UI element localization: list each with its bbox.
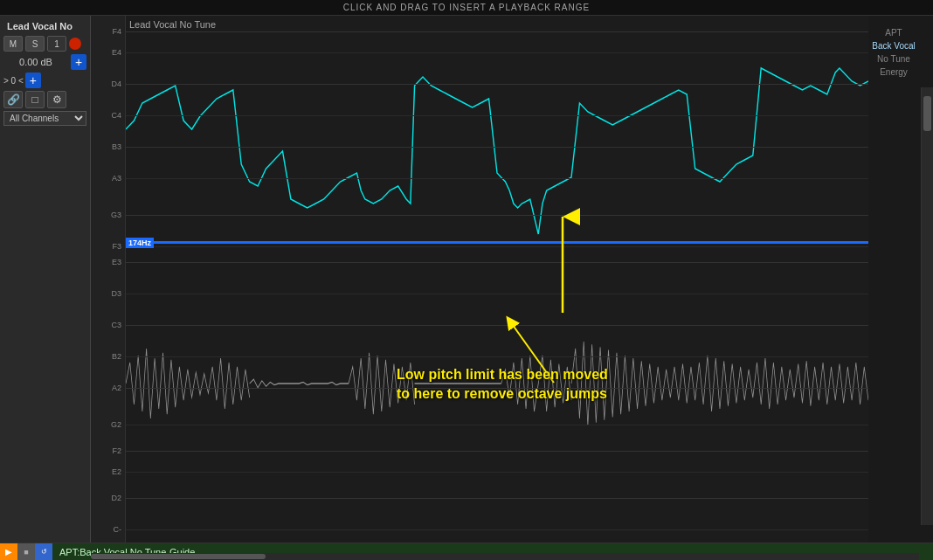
- grid-area: 174Hz: [126, 16, 868, 543]
- note-label-a71: A2: [112, 384, 121, 392]
- pitch-curve-area: [126, 16, 868, 241]
- waveform-area: [126, 244, 868, 523]
- note-label-a31: A3: [112, 174, 121, 183]
- grid-line-4: [126, 147, 868, 148]
- main-area: Lead Vocal No Tune F4E4D4C4B3A3G3F3E3D3C…: [91, 16, 868, 543]
- grid-line-0: [126, 31, 868, 32]
- db-plus-button[interactable]: +: [71, 54, 86, 70]
- channels-row: All Channels: [3, 111, 86, 126]
- note-label-b25: B3: [112, 142, 121, 151]
- grid-line-12: [126, 388, 868, 389]
- square-button[interactable]: □: [25, 91, 45, 108]
- bottom-bar: ▶ ■ ↺ APT:Back Vocal No Tune-Guide: [0, 543, 933, 560]
- piano-labels: F4E4D4C4B3A3G3F3E3D3C3B2A2G2F2E2D2C-: [91, 16, 126, 543]
- left-panel: Lead Vocal No M S 1 0.00 dB + > 0 < + 🔗 …: [0, 16, 91, 543]
- note-label-f3: F4: [112, 27, 121, 36]
- transport-row: M S 1: [3, 36, 86, 52]
- grid-line-17: [126, 529, 868, 530]
- loop-indicator: ↺: [35, 543, 52, 561]
- pitch-svg: [126, 16, 868, 241]
- top-bar: CLICK AND DRAG TO INSERT A PLAYBACK RANG…: [0, 0, 933, 16]
- record-button[interactable]: [69, 38, 81, 50]
- track-label-top: Lead Vocal No Tune: [126, 16, 219, 33]
- solo-button[interactable]: S: [25, 36, 45, 52]
- play-button[interactable]: ▶: [0, 543, 17, 561]
- threshold-plus-button[interactable]: +: [25, 73, 41, 88]
- grid-line-2: [126, 84, 868, 85]
- grid-line-14: [126, 451, 868, 452]
- mute-button[interactable]: M: [3, 36, 23, 52]
- note-label-d13: D4: [111, 80, 121, 88]
- threshold-label: > 0 <: [3, 76, 24, 86]
- note-label-c-98: C-: [114, 525, 122, 534]
- energy-label: Energy: [880, 67, 908, 77]
- grid-line-13: [126, 425, 868, 425]
- note-label-c59: C3: [111, 321, 121, 329]
- grid-line-10: [126, 325, 868, 326]
- panel-title: Lead Vocal No: [3, 19, 86, 33]
- chain-icon-button[interactable]: 🔗: [3, 91, 23, 108]
- grid-line-8: [126, 262, 868, 263]
- horizontal-scrollbar[interactable]: [91, 553, 919, 560]
- back-vocal-label: Back Vocal: [872, 41, 915, 51]
- scrollbar-thumb[interactable]: [923, 96, 931, 131]
- stop-button[interactable]: ■: [17, 543, 35, 561]
- apt-labels: APT Back Vocal No Tune Energy: [868, 24, 919, 80]
- no-tune-label: No Tune: [877, 54, 910, 64]
- grid-line-7: [126, 246, 868, 247]
- scrollbar-vertical[interactable]: [921, 87, 933, 525]
- channels-select[interactable]: All Channels: [3, 111, 86, 126]
- gear-button[interactable]: ⚙: [47, 91, 66, 108]
- note-label-c19: C4: [111, 111, 121, 120]
- note-label-f44: F3: [112, 242, 121, 251]
- grid-line-1: [126, 52, 868, 53]
- note-label-e87: E2: [112, 467, 121, 476]
- pitch-limit-label: 174Hz: [126, 238, 154, 248]
- grid-line-11: [126, 356, 868, 357]
- grid-line-6: [126, 215, 868, 216]
- threshold-row: > 0 < +: [3, 73, 86, 88]
- h-scrollbar-thumb[interactable]: [91, 554, 266, 559]
- grid-line-16: [126, 498, 868, 499]
- grid-line-15: [126, 472, 868, 473]
- note-label-d92: D2: [111, 494, 121, 502]
- channel-number[interactable]: 1: [47, 36, 66, 52]
- note-label-b65: B2: [112, 352, 121, 361]
- waveform-svg: [126, 244, 868, 523]
- note-label-f83: F2: [112, 446, 121, 455]
- note-label-d53: D3: [111, 289, 121, 298]
- db-row: 0.00 dB +: [3, 54, 86, 70]
- note-label-g38: G3: [111, 211, 121, 219]
- top-bar-label: CLICK AND DRAG TO INSERT A PLAYBACK RANG…: [343, 3, 590, 12]
- note-label-g78: G2: [111, 420, 121, 429]
- grid-line-5: [126, 178, 868, 179]
- apt-label: APT: [885, 28, 902, 38]
- db-value: 0.00 dB: [3, 57, 68, 67]
- pitch-limit-line[interactable]: [126, 241, 868, 244]
- grid-line-9: [126, 294, 868, 294]
- note-label-e47: E3: [112, 258, 121, 266]
- tools-row: 🔗 □ ⚙: [3, 91, 86, 108]
- note-label-e7: E4: [112, 48, 121, 57]
- grid-line-3: [126, 115, 868, 116]
